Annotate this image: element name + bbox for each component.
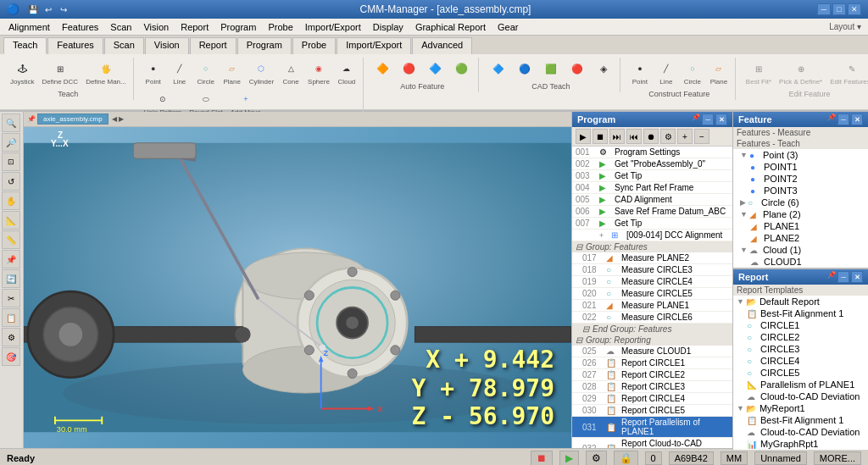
prog-row-003[interactable]: 003 ▶ Get Tip: [572, 170, 732, 182]
feature-minimize-btn[interactable]: ─: [837, 113, 849, 125]
3d-button2[interactable]: 🔴: [397, 58, 422, 80]
report-circle3[interactable]: ○ CIRCLE3: [733, 343, 868, 355]
report-close-btn[interactable]: ✕: [851, 271, 863, 283]
report-cloud-deviation[interactable]: ☁ Cloud-to-CAD Deviation: [733, 390, 868, 402]
menu-gear[interactable]: Gear: [492, 21, 523, 33]
maximize-button[interactable]: □: [832, 3, 846, 15]
sidebar-refresh[interactable]: 🔄: [2, 269, 20, 288]
definedcc-button[interactable]: ⊞ Define DCC: [38, 58, 81, 87]
program-close-btn[interactable]: ✕: [715, 113, 727, 125]
point-button[interactable]: ● Point: [141, 58, 166, 87]
sidebar-settings[interactable]: ⚙: [2, 328, 20, 346]
pickdefine-button[interactable]: ⊕ Pick & Define*: [776, 58, 826, 87]
prog-row-006[interactable]: 006 ▶ Save Ref Frame Datum_ABC: [572, 206, 732, 218]
feature-point2[interactable]: ● POINT2: [733, 173, 868, 185]
construct-point[interactable]: ● Point: [627, 58, 653, 87]
tab-scan[interactable]: Scan: [104, 37, 144, 54]
sidebar-copy[interactable]: 📋: [2, 308, 20, 327]
cadteach-btn2[interactable]: 🔵: [512, 58, 537, 80]
plane-button[interactable]: ▱ Plane: [220, 58, 245, 87]
feature-plane1[interactable]: ◢ PLANE1: [733, 220, 868, 232]
prog-row-dcc[interactable]: + ⊞ [009-014] DCC Alignment: [572, 230, 732, 241]
construct-circle[interactable]: ○ Circle: [680, 58, 705, 87]
report-bestfit1[interactable]: 📋 Best-Fit Alignment 1: [733, 307, 868, 319]
feature-point1[interactable]: ● POINT1: [733, 161, 868, 173]
prog-row-002[interactable]: 002 ▶ Get "ProbeAssembly_0": [572, 158, 732, 170]
menu-importexport[interactable]: Import/Export: [300, 21, 366, 33]
cone-button[interactable]: △ Cone: [278, 58, 303, 87]
prog-row-017[interactable]: 017 ◢ Measure PLANE2: [572, 252, 732, 264]
undo-button[interactable]: ↩: [42, 3, 55, 16]
view-tab-axle[interactable]: axle_assembly.cmp: [37, 113, 108, 125]
view-tab-arrow-right[interactable]: ▶: [119, 115, 124, 123]
tab-teach[interactable]: Teach: [3, 37, 47, 54]
feature-cloud1[interactable]: ☁ CLOUD1: [733, 256, 868, 268]
report-content[interactable]: Report Templates ▼ 📂 Default Report 📋 Be…: [733, 285, 868, 450]
report-my-cloud[interactable]: ☁ Cloud-to-CAD Deviation: [733, 426, 868, 438]
prog-row-026[interactable]: 026 📋 Report CIRCLE1: [572, 357, 732, 369]
cylinder-button[interactable]: ⬡ Cylinder: [246, 58, 277, 87]
circle-button[interactable]: ○ Circle: [193, 58, 219, 87]
feature-plane-group[interactable]: ▼ ◢ Plane (2): [733, 208, 868, 220]
tab-vision[interactable]: Vision: [145, 37, 189, 54]
report-mygraphrpt[interactable]: 📊 MyGraphRpt1: [733, 438, 868, 450]
prog-stop-btn[interactable]: ⏹: [593, 129, 608, 144]
save-button[interactable]: 💾: [26, 3, 40, 16]
prog-settings-btn[interactable]: ⚙: [660, 129, 676, 144]
sidebar-zoom-fit[interactable]: ⊡: [2, 152, 20, 171]
sidebar-cut[interactable]: ✂: [2, 289, 20, 307]
prog-step-btn[interactable]: ⏭: [609, 129, 625, 144]
prog-reset-btn[interactable]: ⏮: [626, 129, 642, 144]
construct-plane[interactable]: ▱ Plane: [706, 58, 732, 87]
sidebar-pin[interactable]: 📌: [2, 250, 20, 268]
sidebar-zoom-out[interactable]: 🔎: [2, 133, 20, 152]
cloud-button[interactable]: ☁ Cloud: [334, 58, 359, 87]
3d-button1[interactable]: 🔶: [370, 58, 396, 80]
status-more[interactable]: MORE...: [814, 451, 861, 465]
joystick-button[interactable]: 🕹 Joystick: [7, 58, 37, 87]
prog-run-btn[interactable]: ▶: [576, 129, 591, 144]
menu-vision[interactable]: Vision: [138, 21, 174, 33]
construct-line[interactable]: ╱ Line: [654, 58, 679, 87]
prog-add-btn[interactable]: +: [677, 129, 693, 144]
tab-importexport[interactable]: Import/Export: [337, 37, 411, 54]
feature-close-btn[interactable]: ✕: [851, 113, 863, 125]
prog-row-025[interactable]: 025 ☁ Measure CLOUD1: [572, 346, 732, 357]
feature-cloud-group[interactable]: ▼ ☁ Cloud (1): [733, 244, 868, 256]
editfeatures-button[interactable]: ✎ Edit Features*: [826, 58, 868, 87]
tab-features[interactable]: Features: [47, 37, 103, 54]
menu-report[interactable]: Report: [175, 21, 214, 33]
status-stop-btn[interactable]: ⏹: [531, 451, 553, 466]
prog-row-022[interactable]: 022 ○ Measure CIRCLE6: [572, 312, 732, 324]
report-circle4[interactable]: ○ CIRCLE4: [733, 355, 868, 367]
defineman-button[interactable]: 🖐 Define Man...: [82, 58, 130, 87]
menu-program[interactable]: Program: [215, 21, 261, 33]
feature-point3[interactable]: ● POINT3: [733, 185, 868, 197]
sidebar-rotate[interactable]: ↺: [2, 172, 20, 191]
feature-circle-group[interactable]: ▶ ○ Circle (6): [733, 197, 868, 208]
prog-row-019[interactable]: 019 ○ Measure CIRCLE4: [572, 276, 732, 288]
prog-row-030[interactable]: 030 📋 Report CIRCLE5: [572, 405, 732, 417]
view-pin-icon[interactable]: 📌: [27, 115, 36, 123]
prog-row-029[interactable]: 029 📋 Report CIRCLE4: [572, 393, 732, 405]
sidebar-zoom-in[interactable]: 🔍: [2, 113, 20, 132]
report-parallelism[interactable]: 📐 Parallelism of PLANE1: [733, 379, 868, 390]
tab-report[interactable]: Report: [190, 37, 236, 54]
minimize-button[interactable]: ─: [817, 3, 831, 15]
prog-row-027[interactable]: 027 📋 Report CIRCLE2: [572, 369, 732, 381]
menu-alignment[interactable]: Alignment: [3, 21, 55, 33]
sidebar-target[interactable]: 🎯: [2, 347, 20, 366]
prog-record-btn[interactable]: ⏺: [643, 129, 659, 144]
cadteach-btn3[interactable]: 🟩: [538, 58, 564, 80]
prog-row-001[interactable]: 001 ⚙ Program Settings: [572, 147, 732, 158]
report-myreport1-group[interactable]: ▼ 📂 MyReport1: [733, 402, 868, 414]
report-circle5[interactable]: ○ CIRCLE5: [733, 367, 868, 379]
tab-advanced[interactable]: Advanced: [412, 37, 472, 54]
prog-row-005[interactable]: 005 ▶ CAD Alignment: [572, 194, 732, 206]
cadteach-btn1[interactable]: 🔷: [486, 58, 511, 80]
feature-content[interactable]: Features - Measure Features - Teach ▼ ● …: [733, 127, 868, 268]
status-unnamed[interactable]: Unnamed: [754, 451, 807, 465]
feature-plane2[interactable]: ◢ PLANE2: [733, 232, 868, 244]
report-circle2[interactable]: ○ CIRCLE2: [733, 331, 868, 343]
program-minimize-btn[interactable]: ─: [702, 113, 714, 125]
